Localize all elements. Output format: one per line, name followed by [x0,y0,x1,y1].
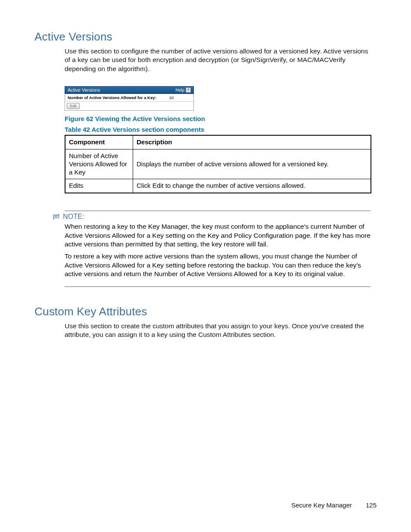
note-label: NOTE: [63,213,84,221]
table-caption: Table 42 Active Versions section compone… [65,126,377,133]
page-footer: Secure Key Manager 125 [291,501,377,509]
table-row: Number of Active Versions Allowed for a … [65,149,371,179]
footer-doc-title: Secure Key Manager [291,501,352,509]
panel-setting-row: Number of Active Versions Allowed for a … [65,94,193,102]
footer-page-number: 125 [366,501,377,509]
note-block: NOTE: When restoring a key to the Key Ma… [65,211,371,287]
panel-setting-value: 10 [169,95,191,100]
table-header-row: Component Description [65,135,371,149]
th-component: Component [65,135,133,149]
panel-title: Active Versions [68,87,100,93]
heading-active-versions: Active Versions [34,30,377,44]
table-row: Edits Click Edit to change the number of… [65,179,371,193]
td-description: Displays the number of active versions a… [133,149,371,179]
intro-custom-key-attributes: Use this section to create the custom at… [65,322,375,339]
note-paragraph: To restore a key with more active versio… [65,252,371,278]
components-table: Component Description Number of Active V… [65,135,371,193]
edit-button[interactable]: Edit [67,103,80,109]
note-body: When restoring a key to the Key Manager,… [65,222,371,279]
panel-setting-label: Number of Active Versions Allowed for a … [68,95,169,100]
panel-help-label: Help [175,88,184,93]
panel-footer: Edit [65,102,193,110]
note-paragraph: When restoring a key to the Key Manager,… [65,222,371,249]
intro-active-versions: Use this section to configure the number… [65,47,375,73]
panel-help-link[interactable]: Help ? [175,87,191,93]
note-heading: NOTE: [53,213,371,221]
panel-body: Number of Active Versions Allowed for a … [65,94,194,111]
td-component: Edits [65,179,133,193]
th-description: Description [133,135,371,149]
panel-titlebar: Active Versions Help ? [65,86,194,94]
figure-caption: Figure 62 Viewing the Active Versions se… [65,115,377,122]
help-icon: ? [186,87,191,93]
note-icon [53,214,60,220]
td-description: Click Edit to change the number of activ… [133,179,371,193]
heading-custom-key-attributes: Custom Key Attributes [34,305,377,318]
td-component: Number of Active Versions Allowed for a … [65,149,133,179]
figure-panel: Active Versions Help ? Number of Active … [65,86,194,111]
